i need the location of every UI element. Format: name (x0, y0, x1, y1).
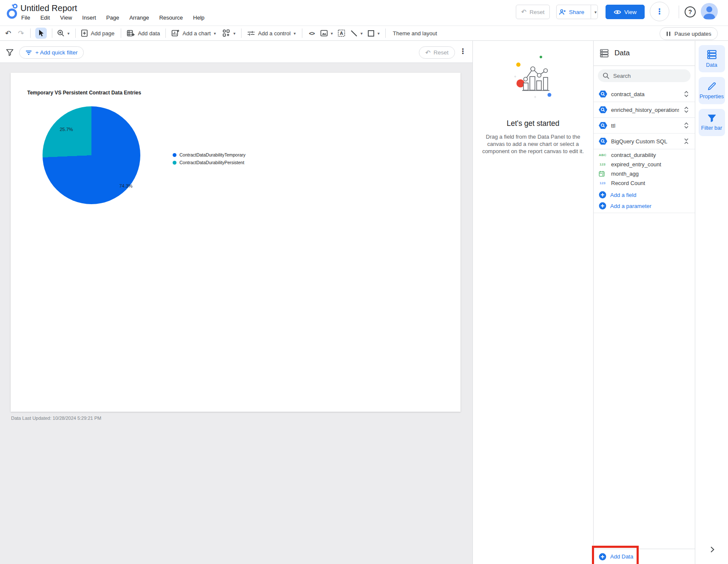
chevron-right-icon (708, 545, 717, 554)
bigquery-icon (599, 137, 607, 145)
share-button-group[interactable]: Share ▾ (556, 5, 598, 19)
pie-label-persistent: 25.7% (51, 127, 81, 132)
chart-illustration (497, 52, 569, 100)
add-control-icon (247, 30, 255, 37)
report-canvas[interactable]: Temporary VS Persistent Contract Data En… (0, 63, 472, 564)
report-page[interactable]: Temporary VS Persistent Contract Data En… (11, 73, 461, 412)
tab-filter-bar[interactable]: Filter bar (699, 109, 725, 136)
add-data-button[interactable]: Add Data (594, 549, 695, 564)
getting-started-panel: Let's get started Drag a field from the … (473, 41, 593, 564)
add-control-button[interactable]: Add a control ▾ (247, 30, 296, 37)
community-viz-icon (222, 29, 230, 37)
menu-help[interactable]: Help (193, 14, 205, 21)
pie-label-temporary: 74.3% (111, 183, 141, 188)
menu-arrange[interactable]: Arrange (129, 14, 149, 21)
avatar[interactable] (701, 3, 718, 20)
data-source-row[interactable]: BigQuery Custom SQL (594, 134, 695, 149)
search-box[interactable] (598, 69, 691, 82)
add-chart-button[interactable]: Add a chart ▾ (171, 29, 216, 37)
field-list: ABC contract_durability 123 expired_entr… (594, 150, 695, 188)
getting-started-body: Drag a field from the Data Panel to the … (473, 133, 593, 155)
add-quick-filter-button[interactable]: + Add quick filter (19, 46, 84, 59)
header-reset-button[interactable]: ↶ Reset (516, 5, 550, 19)
chevron-down-icon: ▾ (378, 31, 380, 36)
add-a-parameter-button[interactable]: Add a parameter (594, 200, 695, 211)
number-field-icon: 123 (599, 162, 606, 166)
embed-url-button[interactable]: <> (309, 30, 314, 37)
view-button[interactable]: View (606, 5, 645, 19)
help-button[interactable]: ? (685, 6, 696, 17)
data-source-row[interactable]: ttl (594, 118, 695, 134)
eye-icon (614, 9, 621, 15)
toolbar-divider (241, 28, 242, 38)
data-grid-icon (600, 48, 609, 58)
svg-text:A: A (340, 31, 343, 36)
chevron-down-icon: ▾ (331, 31, 333, 36)
more-options-button[interactable]: ⋮ (650, 2, 669, 21)
select-tool-button[interactable] (35, 28, 47, 39)
data-grid-icon (707, 49, 717, 60)
field-row[interactable]: ABC contract_durability (594, 150, 695, 160)
calendar-icon (599, 171, 606, 177)
add-page-button[interactable]: Add page (81, 29, 115, 37)
share-dropdown-button[interactable]: ▾ (591, 5, 600, 19)
pie[interactable] (43, 106, 140, 204)
insert-image-button[interactable]: ▾ (320, 30, 333, 37)
field-row[interactable]: 123 expired_entry_count (594, 160, 695, 169)
add-data-button[interactable]: Add data (127, 29, 160, 37)
field-row[interactable]: month_agg (594, 169, 695, 178)
bigquery-icon (599, 105, 607, 114)
unfold-less-icon[interactable] (683, 137, 690, 145)
pause-icon (666, 31, 671, 37)
community-visualizations-button[interactable]: ▾ (222, 29, 236, 37)
menubar: File Edit View Insert Page Arrange Resou… (21, 14, 205, 21)
plus-circle-icon (599, 553, 606, 561)
data-source-name: enriched_history_operations_sorob... (611, 107, 679, 113)
zoom-tool-button[interactable]: ▾ (57, 29, 70, 37)
filter-bar-more-button[interactable]: ⋮ (459, 47, 466, 56)
menu-view[interactable]: View (60, 14, 72, 21)
toolbar-divider (165, 28, 166, 38)
legend-dot (173, 153, 176, 157)
field-name: expired_entry_count (611, 161, 661, 168)
redo-button[interactable]: ↷ (18, 29, 24, 38)
insert-line-button[interactable]: ▾ (350, 30, 363, 37)
funnel-icon (707, 114, 717, 122)
toolbar-divider (30, 28, 31, 38)
filter-list-icon (26, 50, 32, 55)
field-name: month_agg (611, 171, 639, 177)
unfold-more-icon[interactable] (683, 106, 690, 114)
menu-resource[interactable]: Resource (159, 14, 183, 21)
data-source-row[interactable]: contract_data (594, 86, 695, 102)
report-title[interactable]: Untitled Report (20, 3, 77, 13)
insert-shape-button[interactable]: ▾ (367, 30, 380, 37)
shape-icon (367, 30, 375, 37)
unfold-more-icon[interactable] (683, 90, 690, 98)
undo-button[interactable]: ↶ (5, 29, 11, 38)
filter-bar-row: + Add quick filter ↶ Reset ⋮ (0, 41, 472, 63)
looker-studio-logo (6, 3, 19, 20)
add-a-field-button[interactable]: Add a field (594, 189, 695, 200)
menu-edit[interactable]: Edit (40, 14, 50, 21)
insert-text-button[interactable]: A (338, 29, 345, 37)
add-data-icon (127, 29, 135, 37)
menu-file[interactable]: File (21, 14, 30, 21)
filter-reset-button[interactable]: ↶ Reset (419, 46, 455, 59)
canvas-column: + Add quick filter ↶ Reset ⋮ Temporary V… (0, 41, 473, 564)
tab-data[interactable]: Data (699, 45, 725, 72)
unfold-more-icon[interactable] (683, 122, 690, 129)
menu-page[interactable]: Page (106, 14, 119, 21)
tab-properties[interactable]: Properties (699, 77, 725, 104)
theme-and-layout-button[interactable]: Theme and layout (393, 30, 437, 37)
field-row[interactable]: 123 Record Count (594, 178, 695, 188)
data-source-list: contract_data enriched_history_operation… (594, 86, 695, 149)
share-button[interactable]: Share (554, 9, 588, 15)
image-icon (320, 30, 328, 37)
search-input[interactable] (613, 73, 677, 79)
collapse-panel-button[interactable] (708, 545, 717, 554)
toolbar-divider (52, 28, 52, 38)
data-source-row[interactable]: enriched_history_operations_sorob... (594, 102, 695, 118)
chevron-down-icon: ▾ (68, 31, 70, 36)
pause-updates-button[interactable]: Pause updates (660, 27, 718, 40)
menu-insert[interactable]: Insert (82, 14, 96, 21)
